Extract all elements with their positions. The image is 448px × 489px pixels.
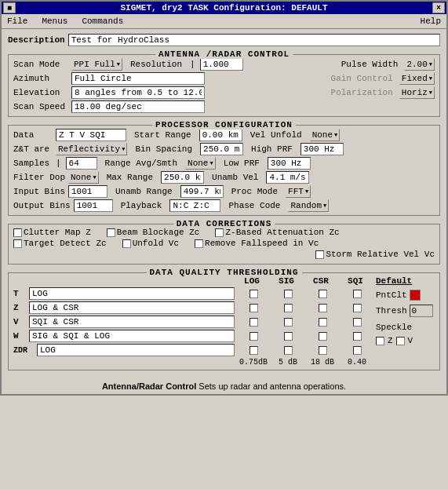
proc-row5: Input Bins Unamb Range Proc Mode FFT	[13, 185, 435, 198]
bin-spacing-input[interactable]	[200, 143, 243, 155]
bottom-rest: Sets up radar and antenna operations.	[196, 381, 346, 391]
dq-z-label: Z	[13, 303, 29, 312]
output-bins-label: Output Bins	[13, 201, 71, 210]
polarization-dropdown[interactable]: Horiz	[399, 86, 435, 99]
pntclt-color-box[interactable]	[410, 290, 421, 301]
menu-commands[interactable]: Commands	[79, 16, 126, 27]
storm-relative-checkbox[interactable]	[315, 250, 324, 259]
data-input[interactable]	[56, 129, 126, 141]
dq-row-zdr: ZDR	[13, 344, 373, 356]
thresh-row: Thresh	[376, 305, 433, 317]
dq-z-csr[interactable]	[319, 304, 327, 312]
dq-z-sig[interactable]	[284, 304, 293, 312]
dq-w-sig[interactable]	[284, 332, 293, 341]
low-prf-label: Low PRF	[224, 159, 260, 168]
dq-v-log[interactable]	[249, 318, 258, 327]
speckle-v-checkbox[interactable]	[396, 337, 405, 345]
dq-row-t: T	[13, 287, 373, 300]
dq-w-input[interactable]	[29, 330, 235, 342]
beam-blockage-checkbox[interactable]	[107, 228, 115, 237]
pulse-width-dropdown[interactable]: 2.00	[404, 58, 435, 71]
dq-zdr-log[interactable]	[249, 346, 258, 355]
description-input[interactable]	[68, 34, 440, 46]
sqi-slider-value: 0.40	[341, 358, 373, 367]
unfold-vc-checkbox[interactable]	[122, 239, 131, 248]
proc-row2: Z&T are Reflectivity Bin Spacing High PR…	[13, 143, 435, 155]
speckle-z-checkbox[interactable]	[376, 337, 384, 345]
dq-v-input[interactable]	[29, 316, 235, 328]
proc-mode-dropdown[interactable]: FFT	[286, 185, 311, 198]
unamb-vel-input[interactable]	[266, 171, 309, 184]
dq-v-csr[interactable]	[319, 318, 327, 327]
beam-blockage-item: Beam Blockage Zc	[107, 228, 200, 237]
clutter-map-z-checkbox[interactable]	[13, 228, 22, 237]
dq-w-log[interactable]	[249, 332, 258, 341]
dq-v-label: V	[13, 317, 29, 327]
antenna-panel: ANTENNA /RADAR CONTROL Scan Mode PPI Ful…	[8, 54, 440, 117]
z-based-atten-checkbox[interactable]	[215, 228, 224, 237]
proc-mode-label: Proc Mode	[231, 187, 278, 196]
dq-t-sqi[interactable]	[353, 290, 362, 298]
high-prf-input[interactable]	[300, 143, 344, 155]
vel-unfold-dropdown[interactable]: None	[310, 129, 341, 141]
input-bins-label: Input Bins	[13, 187, 65, 196]
output-bins-input[interactable]	[74, 199, 113, 212]
system-button[interactable]: ■	[3, 2, 16, 13]
data-label: Data	[13, 130, 53, 140]
dq-zdr-sqi[interactable]	[353, 346, 362, 355]
proc-row3: Samples | Range Avg/Smth None Low PRF	[13, 157, 435, 170]
vel-unfold-label: Vel Unfold	[250, 130, 302, 140]
menu-help[interactable]: Help	[418, 16, 443, 27]
input-bins-input[interactable]	[68, 185, 107, 198]
filter-dop-dropdown[interactable]: None	[68, 171, 99, 184]
target-detect-checkbox[interactable]	[13, 239, 22, 248]
clutter-map-z-label: Clutter Map Z	[24, 228, 91, 237]
dq-t-input[interactable]	[29, 287, 235, 300]
speckle-label: Speckle	[376, 323, 412, 332]
dq-t-sig[interactable]	[284, 290, 293, 298]
remove-fallspeed-checkbox[interactable]	[195, 239, 203, 248]
dq-zdr-sig[interactable]	[284, 346, 293, 355]
dq-t-log[interactable]	[249, 290, 258, 298]
proc-row6: Output Bins Playback Phase Code Random	[13, 199, 435, 212]
gain-control-dropdown[interactable]: Fixed	[399, 72, 435, 85]
pulse-width-label: Pulse Width	[341, 60, 399, 69]
start-range-input[interactable]	[199, 129, 242, 141]
menu-menus[interactable]: Menus	[39, 16, 70, 27]
dq-v-sig[interactable]	[284, 318, 293, 327]
dq-zdr-csr[interactable]	[319, 346, 327, 355]
gain-control-label: Gain Control	[331, 74, 393, 83]
elevation-input[interactable]	[71, 86, 205, 99]
sig-col-header: SIG	[271, 276, 302, 286]
phase-code-dropdown[interactable]: Random	[288, 199, 329, 212]
dq-z-log[interactable]	[249, 304, 258, 312]
dq-z-sqi[interactable]	[353, 304, 362, 312]
playback-input[interactable]	[169, 199, 220, 212]
thresh-input[interactable]	[410, 305, 433, 317]
scan-speed-input[interactable]	[71, 100, 205, 113]
unamb-range-input[interactable]	[180, 185, 224, 198]
menu-file[interactable]: File	[5, 16, 30, 27]
scan-mode-dropdown[interactable]: PPI Full	[71, 58, 122, 71]
zandt-dropdown[interactable]: Reflectivity	[56, 143, 127, 155]
max-range-input[interactable]	[161, 171, 204, 184]
dq-z-input[interactable]	[29, 301, 235, 314]
dq-v-sqi[interactable]	[353, 318, 362, 327]
speckle-v-label: V	[408, 336, 413, 345]
clutter-map-z-item: Clutter Map Z	[13, 228, 91, 237]
dq-w-sqi[interactable]	[353, 332, 362, 341]
antenna-row2: Azimuth Gain Control Fixed	[13, 72, 435, 85]
bin-spacing-label: Bin Spacing	[135, 144, 192, 154]
dq-t-csr[interactable]	[319, 290, 327, 298]
low-prf-input[interactable]	[268, 157, 311, 170]
dq-w-csr[interactable]	[319, 332, 327, 341]
dq-w-label: W	[13, 331, 29, 341]
dq-zdr-input[interactable]	[37, 344, 235, 356]
azimuth-input[interactable]	[71, 72, 205, 85]
storm-relative-label: Storm Relative Vel Vc	[326, 250, 435, 259]
samples-input[interactable]	[66, 157, 97, 170]
range-avg-dropdown[interactable]: None	[185, 157, 216, 170]
close-button[interactable]: ×	[432, 2, 445, 13]
max-range-label: Max Range	[107, 173, 153, 182]
resolution-input[interactable]	[200, 58, 243, 71]
